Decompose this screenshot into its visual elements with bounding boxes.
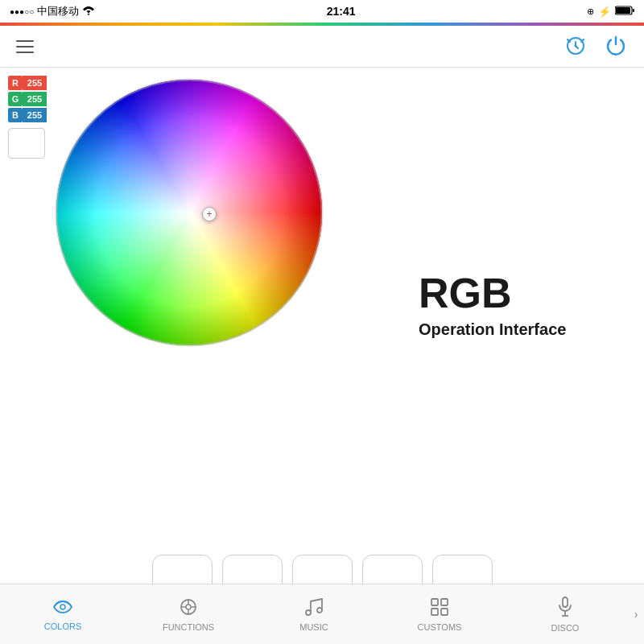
- svg-rect-18: [563, 597, 568, 607]
- nav-icons: [564, 33, 628, 60]
- tab-music-label: MUSIC: [299, 622, 328, 632]
- rgb-subtitle: Operation Interface: [419, 320, 628, 339]
- svg-point-7: [186, 605, 191, 609]
- svg-rect-1: [616, 7, 630, 14]
- status-left: ●●●○○ 中国移动: [10, 4, 95, 19]
- svg-rect-17: [441, 609, 448, 615]
- tab-functions[interactable]: FUNCTIONS: [126, 584, 251, 644]
- bluetooth-icon: ⚡: [598, 6, 611, 18]
- tab-disco[interactable]: DISCO: [502, 584, 628, 644]
- svg-rect-14: [431, 599, 438, 605]
- wifi-icon: [82, 6, 95, 18]
- status-time: 21:41: [327, 5, 356, 18]
- left-panel: R 255 G 255 B 255 +: [0, 68, 419, 543]
- right-panel: RGB Operation Interface: [419, 68, 644, 543]
- disco-icon: [557, 597, 573, 621]
- hamburger-menu[interactable]: [16, 40, 34, 53]
- tab-customs-label: CUSTOMS: [418, 622, 462, 632]
- status-right: ⊕ ⚡: [587, 6, 634, 18]
- color-wheel-container[interactable]: +: [0, 68, 419, 361]
- signal-dots: ●●●○○: [10, 7, 34, 16]
- tab-next-arrow[interactable]: ›: [628, 584, 644, 644]
- colors-icon: [52, 598, 73, 619]
- tab-bar: COLORS FUNCTIONS: [0, 584, 644, 644]
- app-container: ●●●○○ 中国移动 21:41 ⊕ ⚡: [0, 0, 644, 644]
- tab-customs[interactable]: CUSTOMS: [377, 584, 502, 644]
- tab-disco-label: DISCO: [551, 623, 580, 633]
- svg-point-5: [60, 605, 65, 609]
- functions-icon: [179, 597, 198, 620]
- power-button[interactable]: [604, 33, 628, 60]
- status-bar: ●●●○○ 中国移动 21:41 ⊕ ⚡: [0, 0, 644, 23]
- nav-bar: [0, 26, 644, 68]
- color-wheel[interactable]: [52, 76, 326, 349]
- alarm-button[interactable]: [564, 33, 588, 60]
- tab-functions-label: FUNCTIONS: [163, 622, 214, 632]
- svg-point-12: [306, 610, 311, 615]
- tab-music[interactable]: MUSIC: [251, 584, 377, 644]
- rgb-title: RGB: [419, 272, 628, 314]
- customs-icon: [430, 597, 449, 620]
- svg-point-4: [575, 44, 577, 47]
- music-icon: [305, 597, 323, 620]
- svg-rect-15: [441, 599, 448, 605]
- svg-rect-16: [431, 609, 438, 615]
- carrier-label: 中国移动: [37, 4, 79, 19]
- battery-icon: [615, 6, 634, 18]
- color-crosshair: +: [202, 207, 217, 221]
- lock-icon: ⊕: [587, 6, 594, 17]
- svg-rect-2: [633, 9, 634, 12]
- tab-colors[interactable]: COLORS: [0, 584, 126, 644]
- main-content: R 255 G 255 B 255 +: [0, 68, 644, 543]
- tab-colors-label: COLORS: [44, 621, 81, 631]
- rgb-title-text: RGB Operation Interface: [419, 272, 628, 339]
- svg-point-13: [317, 608, 322, 613]
